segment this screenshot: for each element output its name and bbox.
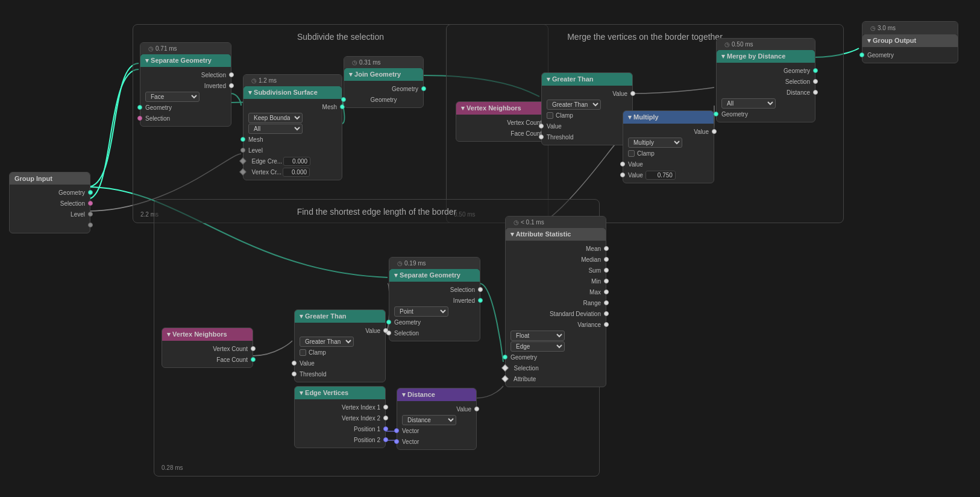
- sep1-dropdown-face[interactable]: Face: [145, 92, 199, 102]
- gt1-checkbox-clamp[interactable]: [547, 112, 553, 119]
- ev-header: ▾ Edge Vertices: [295, 387, 385, 399]
- socket-level-out: [88, 212, 93, 217]
- dist-dropdown-sel[interactable]: Distance: [402, 415, 456, 425]
- socket-selection-out: [88, 201, 93, 206]
- join-socket-geo-out: [341, 97, 346, 102]
- sub-dropdown-all[interactable]: All: [248, 124, 303, 134]
- ev-socket-pos2: [383, 437, 388, 442]
- sep1-socket-selection: [229, 72, 234, 77]
- node-multiply: ▾ Multiply Value Multiply Clamp Value Va…: [623, 110, 714, 183]
- gt1-socket-val-out: [539, 124, 544, 128]
- gt2-dropdown[interactable]: Greater Than: [300, 337, 354, 347]
- sep2-label: ▾ Separate Geometry: [394, 271, 460, 279]
- ev-vi1: Vertex Index 1: [295, 402, 385, 413]
- mul-row-dropdown: Multiply: [623, 137, 714, 148]
- merge-row-geo-out: Geometry: [717, 109, 815, 119]
- as-socket-var: [604, 322, 609, 327]
- sub-input-edge-cre[interactable]: [283, 157, 310, 166]
- join-header: ▾ Join Geometry: [344, 68, 423, 81]
- node-group-input-body: Geometry Selection Level: [10, 185, 90, 233]
- group-output-label: ▾ Group Output: [867, 37, 916, 45]
- merge-body: Geometry Selection Distance All Geometry: [717, 63, 815, 122]
- gt1-header: ▾ Greater Than: [542, 73, 632, 86]
- sep2-header: ▾ Separate Geometry: [389, 269, 480, 282]
- sub-row-mesh-out: Mesh: [243, 134, 342, 145]
- gt2-label: ▾ Greater Than: [300, 312, 347, 320]
- row-selection-out: Selection: [10, 198, 90, 209]
- sep2-socket-geo-out: [386, 320, 391, 324]
- as-std: Standard Deviation: [506, 308, 606, 319]
- merge-dropdown-all[interactable]: All: [721, 98, 776, 109]
- as-float: Float: [506, 330, 606, 341]
- as-var: Variance: [506, 319, 606, 330]
- as-attr-in: Attribute: [506, 373, 606, 384]
- vn2-socket-fc: [251, 357, 256, 362]
- as-socket-mean: [604, 246, 609, 251]
- sep2-socket-inv-in: [478, 298, 483, 303]
- gt2-checkbox-clamp[interactable]: [300, 349, 306, 356]
- row-level-out: Level: [10, 209, 90, 220]
- sub-dropdown-keep[interactable]: Keep Boundaries: [248, 113, 303, 123]
- gt1-dropdown[interactable]: Greater Than: [547, 100, 601, 110]
- as-dropdown-float[interactable]: Float: [510, 331, 565, 341]
- as-socket-range: [604, 300, 609, 305]
- mul-dropdown[interactable]: Multiply: [628, 138, 682, 148]
- mul-row-val-075: Value: [623, 169, 714, 180]
- gt1-socket-thresh: [539, 135, 544, 139]
- gt2-header: ▾ Greater Than: [295, 310, 385, 323]
- merge-socket-geo-in: [813, 68, 818, 73]
- timing-badge-join: 0.31 ms: [349, 59, 418, 66]
- as-range: Range: [506, 297, 606, 308]
- node-distance: ▾ Distance Value Distance Vector Vector: [397, 388, 477, 450]
- ev-socket-vi1: [383, 405, 388, 410]
- merge-row-geo-in: Geometry: [717, 65, 815, 76]
- mul-checkbox-clamp[interactable]: [628, 150, 635, 157]
- mul-row-val-in: Value: [623, 126, 714, 137]
- sep1-body: Selection Inverted Face Geometry Selecti…: [140, 67, 231, 126]
- node-group-input: Group Input Geometry Selection Level: [9, 172, 90, 233]
- mul-row-val-out: Value: [623, 159, 714, 169]
- timing-group-output: 3.0 ms: [867, 24, 899, 32]
- ev-socket-pos1: [383, 426, 388, 431]
- sub-input-vert-cre[interactable]: [283, 168, 310, 177]
- dist-socket-vec2: [394, 439, 399, 444]
- sep2-dropdown-point[interactable]: Point: [394, 306, 448, 317]
- sep1-row-face: Face: [140, 91, 231, 102]
- gt1-row-val-in: Value: [542, 88, 632, 99]
- sub-header: ▾ Subdivision Surface: [243, 86, 342, 99]
- row-geometry-out: Geometry: [10, 187, 90, 198]
- vn1-header: ▾ Vertex Neighbors: [456, 102, 547, 115]
- vn1-body: Vertex Count Face Count: [456, 115, 547, 141]
- as-mean: Mean: [506, 243, 606, 254]
- join-row-geo-out: Geometry: [344, 94, 423, 105]
- sep1-row-selection: Selection: [140, 69, 231, 80]
- node-group-input-header: Group Input: [10, 173, 90, 185]
- node-vertex-neighbors1: ▾ Vertex Neighbors Vertex Count Face Cou…: [456, 101, 547, 142]
- timing-badge-sep2: 0.19 ms: [394, 259, 475, 267]
- merge-row-all: All: [717, 98, 815, 109]
- as-socket-sum: [604, 268, 609, 273]
- attr-stat-label: ▾ Attribute Statistic: [510, 230, 571, 238]
- vn2-label: ▾ Vertex Neighbors: [167, 331, 227, 338]
- sub-label: ▾ Subdivision Surface: [248, 89, 318, 97]
- vn1-label: ▾ Vertex Neighbors: [461, 104, 521, 112]
- sub-row-vert-cre: Vertex Cr...: [243, 166, 342, 177]
- merge-label: ▾ Merge by Distance: [721, 52, 785, 60]
- dist-label: ▾ Distance: [402, 391, 435, 399]
- as-geo-in: Geometry: [506, 352, 606, 362]
- node-edge-vertices: ▾ Edge Vertices Vertex Index 1 Vertex In…: [294, 386, 386, 448]
- as-max: Max: [506, 286, 606, 297]
- as-socket-geo-in: [503, 355, 507, 359]
- ev-pos2: Position 2: [295, 434, 385, 445]
- mul-header: ▾ Multiply: [623, 111, 714, 124]
- as-socket-max: [604, 290, 609, 294]
- sub-socket-mesh-out: [240, 137, 245, 142]
- vn2-body: Vertex Count Face Count: [162, 341, 253, 367]
- join-row-geo-in: Geometry: [344, 83, 423, 94]
- gt1-row-thresh: Threshold: [542, 131, 632, 142]
- mul-input-val[interactable]: [645, 171, 676, 180]
- dist-vec2: Vector: [397, 436, 476, 447]
- as-dropdown-edge[interactable]: Edge: [510, 341, 565, 352]
- dist-socket-vec1: [394, 428, 399, 433]
- node-group-output: 3.0 ms ▾ Group Output Geometry: [862, 21, 958, 63]
